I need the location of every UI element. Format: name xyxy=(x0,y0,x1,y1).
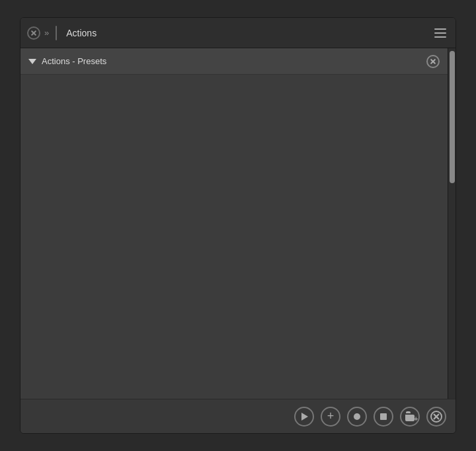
stop-button[interactable] xyxy=(374,407,393,427)
chevron-right-icon: » xyxy=(44,28,49,37)
delete-icon xyxy=(430,411,442,423)
record-button[interactable] xyxy=(347,407,367,427)
menu-line-2 xyxy=(434,32,446,34)
list-area: Actions - Presets xyxy=(20,48,448,399)
folder-icon: + xyxy=(405,411,415,421)
panel-title: Actions xyxy=(66,28,97,38)
collapse-icon[interactable] xyxy=(28,59,36,64)
record-icon xyxy=(354,413,360,420)
scrollbar-track[interactable] xyxy=(448,48,456,399)
title-bar: » Actions xyxy=(20,18,456,48)
content-area: Actions - Presets xyxy=(20,48,456,399)
title-bar-left: » Actions xyxy=(27,26,97,40)
actions-panel: » Actions Actions - Presets xyxy=(20,17,456,434)
svg-point-0 xyxy=(431,411,442,422)
close-presets-button[interactable] xyxy=(426,55,440,68)
plus-icon: + xyxy=(327,410,335,422)
presets-header: Actions - Presets xyxy=(20,48,448,75)
close-button[interactable] xyxy=(27,26,40,40)
folder-tab xyxy=(406,411,411,413)
folder-body xyxy=(405,415,415,421)
divider xyxy=(56,26,57,40)
scrollbar-thumb[interactable] xyxy=(450,51,455,183)
new-action-button[interactable]: + xyxy=(321,407,340,427)
action-list[interactable] xyxy=(20,75,448,399)
delete-button[interactable] xyxy=(426,407,446,427)
play-button[interactable] xyxy=(294,407,314,427)
presets-label: Actions - Presets xyxy=(42,56,106,66)
play-icon xyxy=(301,413,308,421)
menu-line-3 xyxy=(434,36,446,38)
delete-svg xyxy=(430,411,442,423)
stop-icon xyxy=(380,413,387,420)
svg-line-2 xyxy=(434,414,439,419)
presets-header-left: Actions - Presets xyxy=(28,56,106,66)
bottom-toolbar: + + xyxy=(20,399,456,433)
folder-plus-icon: + xyxy=(414,416,418,423)
new-set-button[interactable]: + xyxy=(400,407,420,427)
menu-button[interactable] xyxy=(432,26,449,40)
svg-line-1 xyxy=(434,414,439,419)
menu-line-1 xyxy=(434,28,446,30)
